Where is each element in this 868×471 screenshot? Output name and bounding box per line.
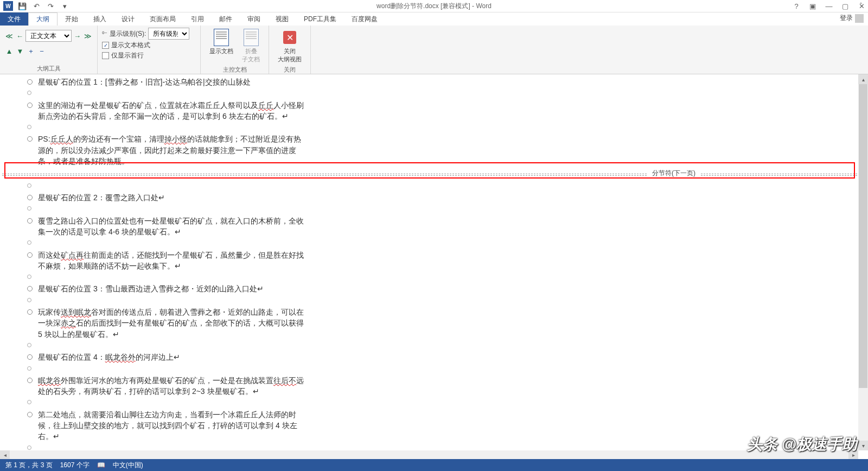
show-formatting-checkbox[interactable]: ✓ (102, 42, 109, 49)
outline-empty-line[interactable] (23, 238, 305, 249)
outline-item[interactable]: 星银矿石的位置 3：雪山最西边进入雪葬之都・近郊的山路入口处↵ (23, 283, 305, 294)
scroll-down-icon[interactable]: ▾ (858, 441, 868, 450)
tab-mailings[interactable]: 邮件 (212, 12, 240, 26)
outline-item[interactable]: 这里的湖边有一处星银矿石的矿点，位置就在冰霜丘丘人祭司以及丘丘人小怪刷新点旁边的… (23, 100, 305, 122)
window-title: word删除分节符.docx [兼容模式] - Word (376, 2, 492, 11)
ribbon: ≪ ← 正文文本 → ≫ ▲ ▼ + − 大纲工具 ⁰⁻ 显示级别(S): 所有… (0, 26, 868, 74)
outline-item[interactable]: 覆雪之路山谷入口的位置处也有一处星银矿石的矿点，就在入口的木桥前，全收集一次的话… (23, 215, 305, 238)
outline-item[interactable]: 玩家传送到眠龙谷对面的传送点后，朝着进入雪葬之都・近郊的山路走，可以在一块深赤之… (23, 307, 305, 340)
vertical-scrollbar[interactable]: ▴ ▾ (858, 74, 868, 450)
show-document-button[interactable]: 显示文档 (205, 28, 238, 65)
outline-empty-line[interactable] (23, 88, 305, 99)
horizontal-scrollbar[interactable]: ◂ ▸ (0, 450, 858, 459)
collapse-subdocs-button[interactable]: 折叠 子文档 (238, 28, 264, 65)
outline-empty-line[interactable] (23, 272, 305, 283)
status-page[interactable]: 第 1 页，共 3 页 (5, 461, 53, 470)
save-icon[interactable]: 💾 (17, 1, 27, 11)
group-close-label: 关闭 (273, 65, 306, 75)
status-language[interactable]: 中文(中国) (113, 461, 143, 470)
outline-item[interactable]: 星银矿石的位置 2：覆雪之路入口处↵ (23, 192, 305, 203)
group-master-label: 主控文档 (205, 65, 264, 75)
outline-empty-line[interactable] (23, 181, 305, 192)
collapse-icon[interactable]: − (37, 46, 47, 56)
status-bar: 第 1 页，共 3 页 1607 个字 📖 中文(中国) (0, 459, 868, 471)
tab-home[interactable]: 开始 (58, 12, 86, 26)
outline-item[interactable]: 第二处地点，就需要沿着山脚往左边方向走，当看到一个冰霜丘丘人法师的时候，往上到山… (23, 409, 305, 442)
redo-icon[interactable]: ↷ (46, 1, 55, 11)
outline-item[interactable]: 而这处矿点再往前面走的话，还能找到一个星银矿石，虽然量少，但是胜在好找不麻烦，如… (23, 250, 305, 272)
maximize-icon[interactable]: ▢ (841, 2, 850, 10)
outline-item[interactable]: 星银矿石的位置 1：[雪葬之都・旧宫]-达达乌帕谷|交接的山脉处 (23, 77, 305, 87)
first-line-only-checkbox[interactable] (102, 52, 109, 59)
qat-customize-icon[interactable]: ▾ (60, 1, 69, 11)
tab-file[interactable]: 文件 (0, 12, 28, 26)
tab-outline[interactable]: 大纲 (28, 12, 58, 26)
vscroll-thumb[interactable] (859, 84, 867, 388)
move-down-icon[interactable]: ▼ (15, 46, 25, 56)
minimize-icon[interactable]: — (825, 2, 833, 10)
word-logo-icon: W (3, 1, 13, 11)
outline-item[interactable]: 眠龙谷外围靠近河水的地方有两处星银矿石的矿点，一处是在挑战装置往后不远处的石头旁… (23, 375, 305, 397)
outline-empty-line[interactable] (23, 443, 305, 450)
expand-icon[interactable]: + (26, 46, 36, 56)
outline-item[interactable]: 星银矿石的位置 4：眠龙谷外的河岸边上↵ (23, 352, 305, 362)
tab-baidu[interactable]: 百度网盘 (344, 12, 385, 26)
tab-references[interactable]: 引用 (183, 12, 212, 26)
show-formatting-label: 显示文本格式 (111, 41, 150, 50)
collapse-ribbon-icon[interactable]: ˆ (856, 0, 866, 49)
group-outline-tools-label: 大纲工具 (4, 63, 93, 74)
move-up-icon[interactable]: ▲ (4, 46, 14, 56)
subdoc-icon (244, 29, 259, 46)
section-break-highlight (4, 162, 855, 179)
document-icon (214, 29, 229, 46)
tab-insert[interactable]: 插入 (86, 12, 114, 26)
status-proofing-icon[interactable]: 📖 (97, 461, 105, 469)
demote-icon[interactable]: → (73, 31, 82, 41)
show-level-label: 显示级别(S): (110, 29, 146, 39)
demote-to-body-icon[interactable]: ≫ (83, 31, 93, 41)
scroll-left-icon[interactable]: ◂ (0, 450, 10, 459)
outline-empty-line[interactable] (23, 340, 305, 351)
outline-empty-line[interactable] (23, 364, 305, 374)
show-level-select[interactable]: 所有级别 (148, 28, 189, 40)
undo-icon[interactable]: ↶ (31, 1, 41, 11)
document-scroll[interactable]: 星银矿石的位置 1：[雪葬之都・旧宫]-达达乌帕谷|交接的山脉处 这里的湖边有一… (2, 74, 857, 450)
outline-empty-line[interactable] (23, 122, 305, 133)
login-label: 登录 (840, 14, 853, 23)
title-bar: W 💾 ↶ ↷ ▾ word删除分节符.docx [兼容模式] - Word ?… (0, 0, 868, 12)
tab-layout[interactable]: 页面布局 (142, 12, 183, 26)
close-icon: ✕ (283, 31, 296, 44)
first-line-only-label: 仅显示首行 (111, 51, 144, 60)
scroll-up-icon[interactable]: ▴ (858, 74, 868, 84)
ribbon-display-icon[interactable]: ▣ (808, 2, 817, 10)
outline-empty-line[interactable] (23, 295, 305, 306)
ribbon-tabs: 文件 大纲 开始 插入 设计 页面布局 引用 邮件 审阅 视图 PDF工具集 百… (0, 12, 868, 26)
tab-view[interactable]: 视图 (268, 12, 296, 26)
promote-to-heading1-icon[interactable]: ≪ (4, 31, 14, 41)
tab-review[interactable]: 审阅 (240, 12, 268, 26)
status-words[interactable]: 1607 个字 (60, 461, 90, 470)
scroll-right-icon[interactable]: ▸ (848, 450, 858, 459)
outline-level-select[interactable]: 正文文本 (25, 30, 71, 42)
help-icon[interactable]: ? (792, 2, 801, 10)
outline-empty-line[interactable] (23, 203, 305, 214)
tab-design[interactable]: 设计 (114, 12, 142, 26)
document-area: 星银矿石的位置 1：[雪葬之都・旧宫]-达达乌帕谷|交接的山脉处 这里的湖边有一… (0, 74, 868, 459)
close-outline-button[interactable]: ✕ 关闭 大纲视图 (273, 28, 306, 65)
tab-pdf[interactable]: PDF工具集 (296, 12, 344, 26)
promote-icon[interactable]: ← (15, 31, 25, 41)
outline-empty-line[interactable] (23, 397, 305, 408)
